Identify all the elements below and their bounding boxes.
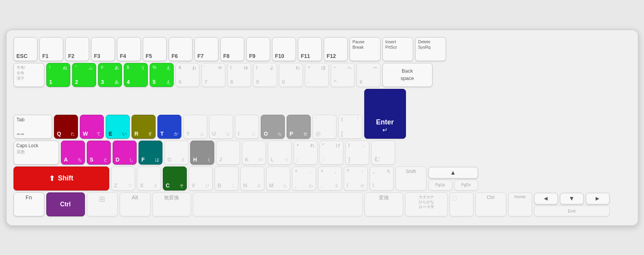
key-backslash[interactable]: _ろ \ [370, 167, 394, 190]
key-1[interactable]: !ぬ 1 [46, 63, 70, 87]
key-f9[interactable]: F9 [246, 37, 270, 61]
key-m[interactable]: Mも [266, 167, 290, 190]
key-7[interactable]: 'や 7 [201, 63, 225, 87]
key-windows[interactable]: ⊞ [87, 192, 118, 216]
key-a[interactable]: Aち [61, 141, 85, 165]
key-capslock[interactable]: Caps Lock英数 [14, 141, 59, 165]
key-tab[interactable]: Tab ⬅➡ [14, 115, 52, 139]
key-6[interactable]: &お 6 [176, 63, 199, 87]
key-k[interactable]: Kの [242, 141, 266, 165]
key-yen[interactable]: ー ¥ [357, 63, 380, 87]
key-shift-left[interactable]: ⬆Shift [14, 167, 109, 190]
key-arrow-left[interactable]: ◄ [534, 193, 558, 204]
key-f11[interactable]: F11 [298, 37, 322, 61]
key-q[interactable]: Qた [54, 115, 78, 139]
key-o[interactable]: Oら [261, 115, 285, 139]
key-l[interactable]: Lり [268, 141, 292, 165]
key-space[interactable] [193, 192, 363, 216]
fn-row: ESC F1 F2 F3 F4 F5 F6 F7 F8 F9 F10 F11 F… [14, 37, 631, 61]
key-at[interactable]: ` @ [313, 115, 336, 139]
key-f8[interactable]: F8 [220, 37, 244, 61]
key-8[interactable]: (ゆ 8 [227, 63, 251, 87]
key-f1[interactable]: F1 [39, 37, 63, 61]
key-f4[interactable]: F4 [117, 37, 141, 61]
key-pgup[interactable]: PgUp [428, 180, 452, 190]
key-fn[interactable]: Fn [14, 192, 44, 216]
key-b[interactable]: Bこ [215, 167, 238, 190]
key-enter[interactable]: Enter ↵ [364, 89, 406, 139]
key-minus[interactable]: =ほ - [305, 63, 329, 87]
key-5[interactable]: %え 5え [150, 63, 174, 87]
key-printscreen[interactable]: □ [450, 192, 473, 216]
keyboard: ESC F1 F2 F3 F4 F5 F6 F7 F8 F9 F10 F11 F… [6, 29, 639, 226]
key-f[interactable]: Fは [139, 141, 162, 165]
key-r[interactable]: Rす [132, 115, 156, 139]
key-shift-right[interactable]: Shift [396, 167, 426, 190]
key-period[interactable]: >。 .る [318, 167, 342, 190]
key-mu[interactable]: む [371, 141, 395, 165]
number-row: 半角/全角漢字 !ぬ 1 "ふ 2 #あ 3あ $う [14, 63, 631, 87]
key-f3[interactable]: F3 [91, 37, 115, 61]
key-slash[interactable]: ?・ /め [344, 167, 368, 190]
key-w[interactable]: Wて [80, 115, 104, 139]
key-semicolon[interactable]: +れ ; [294, 141, 318, 165]
key-y[interactable]: Yん [183, 115, 207, 139]
key-v[interactable]: Vひ [189, 167, 213, 190]
key-4[interactable]: $う 4 [124, 63, 148, 87]
key-f12[interactable]: F12 [324, 37, 348, 61]
key-f5[interactable]: F5 [143, 37, 167, 61]
key-g[interactable]: Gき [164, 141, 188, 165]
key-f7[interactable]: F7 [194, 37, 218, 61]
key-esc[interactable]: ESC [14, 37, 37, 61]
bottom-row: Fn Ctrl ⊞ Alt 無変換 変換 カタカナひらがなローマ字 □ [14, 192, 631, 216]
key-i[interactable]: Iに [235, 115, 259, 139]
key-0[interactable]: わ 0 [279, 63, 303, 87]
key-f6[interactable]: F6 [169, 37, 193, 61]
key-c[interactable]: Cそ [163, 167, 187, 190]
key-end[interactable]: End [534, 206, 610, 216]
key-muhenkan[interactable]: 無変換 [152, 192, 191, 216]
key-insert[interactable]: InsertPrtScr [382, 37, 413, 61]
qwerty-row: Tab ⬅➡ Qた Wて Eい R [14, 89, 631, 139]
key-comma[interactable]: <、 ,ね [292, 167, 316, 190]
key-z[interactable]: Zつ [111, 167, 135, 190]
key-f10[interactable]: F10 [272, 37, 296, 61]
key-home[interactable]: Home [508, 192, 532, 216]
key-pgdn[interactable]: PgDn [454, 180, 478, 190]
asdf-row: Caps Lock英数 Aち Sと Dし Fは [14, 141, 631, 165]
key-9[interactable]: )よ 9 [253, 63, 277, 87]
key-f2[interactable]: F2 [65, 37, 89, 61]
key-s[interactable]: Sと [87, 141, 111, 165]
key-delete[interactable]: DeleteSysRq [415, 37, 446, 61]
key-h[interactable]: Hく [190, 141, 214, 165]
key-ctrl-right[interactable]: Ctrl [475, 192, 506, 216]
key-n[interactable]: Nみ [240, 167, 264, 190]
key-henkan[interactable]: 変換 [365, 192, 403, 216]
key-colon[interactable]: *け : [319, 141, 343, 165]
key-bracket-close[interactable]: }」 ] [345, 141, 369, 165]
key-bracket-open[interactable]: {「 [ [338, 115, 362, 139]
key-u[interactable]: Uな [209, 115, 233, 139]
key-3[interactable]: #あ 3あ [98, 63, 122, 87]
key-p[interactable]: Pせ [287, 115, 311, 139]
key-alt-left[interactable]: Alt [120, 192, 150, 216]
key-ctrl-left[interactable]: Ctrl [46, 192, 85, 216]
key-arrow-down[interactable]: ▼ [560, 193, 584, 204]
key-pause[interactable]: PauseBreak [350, 37, 380, 61]
key-arrow-up[interactable]: ▲ [428, 167, 478, 178]
key-2[interactable]: "ふ 2 [72, 63, 96, 87]
key-e[interactable]: Eい [106, 115, 130, 139]
key-d[interactable]: Dし [113, 141, 137, 165]
key-hankaku[interactable]: 半角/全角漢字 [14, 63, 44, 87]
key-caret[interactable]: ~へ ^ [331, 63, 355, 87]
key-arrow-right[interactable]: ► [586, 193, 610, 204]
key-backspace[interactable]: Backspace [382, 63, 433, 87]
key-t[interactable]: Tか [157, 115, 181, 139]
shift-row: ⬆Shift Zつ Xさ Cそ [14, 167, 631, 190]
key-j[interactable]: J [216, 141, 240, 165]
key-katakana[interactable]: カタカナひらがなローマ字 [405, 192, 448, 216]
key-x[interactable]: Xさ [137, 167, 161, 190]
